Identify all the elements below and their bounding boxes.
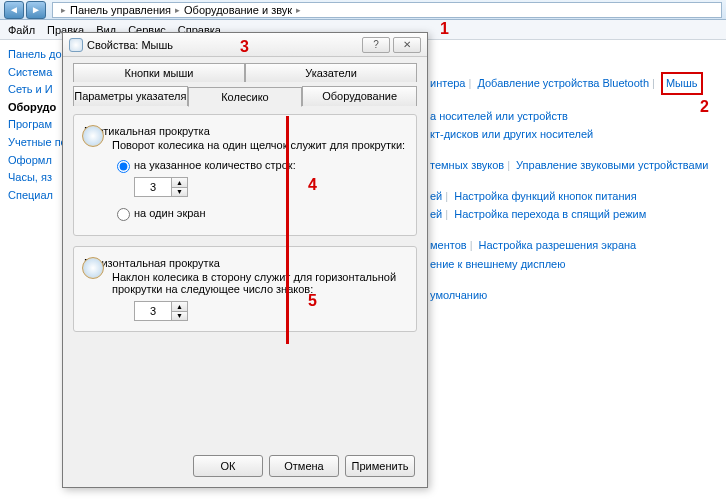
tab-buttons[interactable]: Кнопки мыши xyxy=(73,63,245,82)
chars-value-input[interactable] xyxy=(135,302,171,320)
sidebar-item[interactable]: Панель домашн xyxy=(8,46,64,64)
link[interactable]: умолчанию xyxy=(430,289,487,301)
sidebar-item[interactable]: Система xyxy=(8,64,64,82)
spinner-down[interactable]: ▼ xyxy=(172,312,187,321)
nav-forward-button[interactable]: ► xyxy=(26,1,46,19)
annotation-3: 3 xyxy=(240,38,249,56)
chevron-right-icon: ▸ xyxy=(175,5,180,15)
group-horizontal-scroll: Горизонтальная прокрутка Наклон колесика… xyxy=(73,246,417,332)
link[interactable]: ей xyxy=(430,208,442,220)
radio-lines-input[interactable] xyxy=(117,160,130,173)
tab-hardware[interactable]: Оборудование xyxy=(302,86,417,106)
tab-pointer-options[interactable]: Параметры указателя xyxy=(73,86,188,106)
spinner-down[interactable]: ▼ xyxy=(172,188,187,197)
chevron-right-icon: ▸ xyxy=(61,5,66,15)
sidebar-item[interactable]: Програм xyxy=(8,116,64,134)
annotation-4: 4 xyxy=(308,176,317,194)
sidebar-item[interactable]: Специал xyxy=(8,187,64,205)
link[interactable]: ей xyxy=(430,190,442,202)
menu-file[interactable]: Файл xyxy=(8,24,35,36)
wheel-icon xyxy=(82,125,104,147)
breadcrumb-item[interactable]: Оборудование и звук xyxy=(184,4,292,16)
link[interactable]: Управление звуковыми устройствами xyxy=(516,159,708,171)
radio-screen[interactable]: на один экран xyxy=(112,205,406,221)
radio-screen-input[interactable] xyxy=(117,208,130,221)
content-links: интера| Добавление устройства Bluetooth|… xyxy=(430,72,720,316)
annotation-5: 5 xyxy=(308,292,317,310)
annotation-1: 1 xyxy=(440,20,449,38)
mouse-icon xyxy=(69,38,83,52)
close-button[interactable]: ✕ xyxy=(393,37,421,53)
link-mouse[interactable]: Мышь xyxy=(666,77,698,89)
sidebar-item[interactable]: Учетные пользов безопас xyxy=(8,134,64,152)
breadcrumb[interactable]: ▸ Панель управления ▸ Оборудование и зву… xyxy=(52,2,722,18)
group-description: Поворот колесика на один щелчок служит д… xyxy=(112,139,406,151)
link[interactable]: кт-дисков или других носителей xyxy=(430,128,593,140)
spinner-up[interactable]: ▲ xyxy=(172,178,187,188)
sidebar-item-active[interactable]: Оборудо xyxy=(8,99,64,117)
sidebar: Панель домашн Система Сеть и И Оборудо П… xyxy=(8,46,64,204)
link[interactable]: ментов xyxy=(430,239,467,251)
tab-pointers[interactable]: Указатели xyxy=(245,63,417,82)
group-legend: Горизонтальная прокрутка xyxy=(84,257,220,269)
sidebar-item[interactable]: Оформл xyxy=(8,152,64,170)
link[interactable]: Настройка разрешения экрана xyxy=(479,239,637,251)
link[interactable]: темных звуков xyxy=(430,159,504,171)
group-description: Наклон колесика в сторону служит для гор… xyxy=(112,271,406,295)
annotation-2: 2 xyxy=(700,98,709,116)
spinner-up[interactable]: ▲ xyxy=(172,302,187,312)
radio-lines-label: на указанное количество строк: xyxy=(134,159,296,171)
nav-back-button[interactable]: ◄ xyxy=(4,1,24,19)
link[interactable]: а носителей или устройств xyxy=(430,110,568,122)
link[interactable]: ение к внешнему дисплею xyxy=(430,258,565,270)
lines-value-input[interactable] xyxy=(135,178,171,196)
breadcrumb-item[interactable]: Панель управления xyxy=(70,4,171,16)
link-add-bluetooth[interactable]: Добавление устройства Bluetooth xyxy=(477,77,649,89)
radio-screen-label: на один экран xyxy=(134,207,206,219)
address-bar: ◄ ► ▸ Панель управления ▸ Оборудование и… xyxy=(0,0,726,20)
wheel-tilt-icon xyxy=(82,257,104,279)
lines-spinner[interactable]: ▲ ▼ xyxy=(134,177,188,197)
sidebar-item[interactable]: Часы, яз xyxy=(8,169,64,187)
tab-wheel[interactable]: Колесико xyxy=(188,87,303,107)
link[interactable]: интера xyxy=(430,77,466,89)
ok-button[interactable]: ОК xyxy=(193,455,263,477)
group-vertical-scroll: Вертикальная прокрутка Поворот колесика … xyxy=(73,114,417,236)
apply-button[interactable]: Применить xyxy=(345,455,415,477)
annotation-divider xyxy=(286,116,289,344)
radio-lines[interactable]: на указанное количество строк: xyxy=(112,157,406,173)
chevron-right-icon: ▸ xyxy=(296,5,301,15)
link[interactable]: Настройка перехода в спящий режим xyxy=(454,208,646,220)
cancel-button[interactable]: Отмена xyxy=(269,455,339,477)
chars-spinner[interactable]: ▲ ▼ xyxy=(134,301,188,321)
link[interactable]: Настройка функций кнопок питания xyxy=(454,190,636,202)
dialog-title: Свойства: Мышь xyxy=(87,39,173,51)
sidebar-item[interactable]: Сеть и И xyxy=(8,81,64,99)
mouse-properties-dialog: Свойства: Мышь ? ✕ Кнопки мыши Указатели… xyxy=(62,32,428,488)
help-button[interactable]: ? xyxy=(362,37,390,53)
